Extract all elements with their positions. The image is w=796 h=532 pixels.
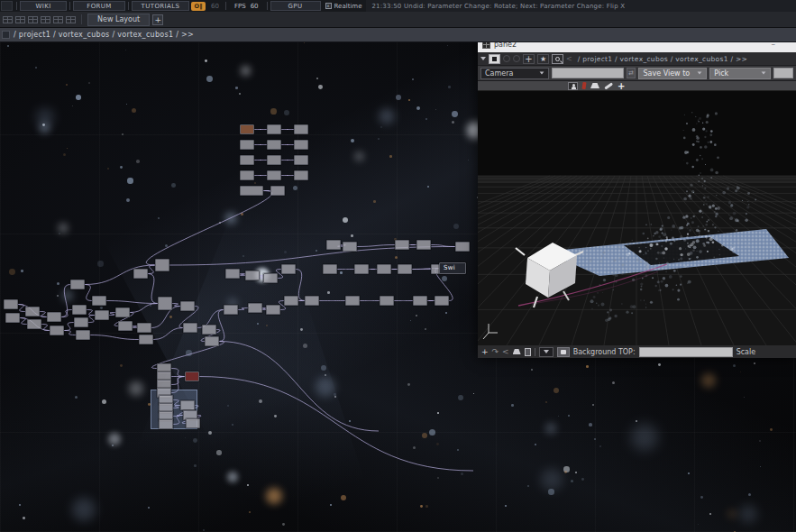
realtime-checkbox-icon[interactable]: x <box>325 3 332 9</box>
network-node[interactable] <box>92 296 106 306</box>
network-node[interactable] <box>343 242 357 252</box>
add-button[interactable]: + <box>523 54 535 64</box>
layout-preset-icon[interactable] <box>41 16 50 23</box>
bone-icon[interactable] <box>604 82 613 89</box>
network-node[interactable] <box>398 264 412 274</box>
red-marker-icon[interactable] <box>581 82 586 89</box>
layout-preset-icon[interactable] <box>66 16 76 23</box>
display-button[interactable] <box>557 347 570 357</box>
network-node[interactable] <box>284 296 298 306</box>
network-node[interactable] <box>180 400 195 410</box>
background-top-input[interactable] <box>639 347 733 357</box>
wiki-button[interactable]: WIKI <box>20 1 67 11</box>
network-node[interactable] <box>133 269 148 279</box>
network-node[interactable] <box>326 240 341 250</box>
layout-preset-icon[interactable] <box>28 16 38 23</box>
network-node[interactable] <box>186 418 200 428</box>
network-node[interactable] <box>4 299 18 309</box>
layout-preset-icon[interactable] <box>3 16 13 23</box>
light-icon[interactable] <box>590 83 599 88</box>
network-node[interactable] <box>240 155 254 165</box>
light-icon[interactable] <box>513 349 521 354</box>
network-node[interactable] <box>240 124 254 134</box>
network-node[interactable] <box>266 305 280 315</box>
network-node[interactable] <box>267 155 281 165</box>
pane-breadcrumb[interactable]: / project1 / vortex_cubos / vortex_cubos… <box>578 55 747 63</box>
network-node[interactable] <box>413 296 427 306</box>
network-node[interactable] <box>137 323 151 333</box>
network-node[interactable] <box>74 317 88 327</box>
save-view-dropdown[interactable]: Save View to <box>638 68 707 79</box>
gpu-button[interactable]: GPU <box>270 1 321 11</box>
link-button[interactable]: ⇄ <box>627 68 636 78</box>
network-node[interactable] <box>245 271 260 280</box>
network-node[interactable] <box>395 240 409 250</box>
network-node[interactable] <box>224 305 238 315</box>
network-node[interactable] <box>267 124 281 134</box>
network-node[interactable] <box>76 330 90 340</box>
network-node[interactable] <box>47 312 61 322</box>
network-node[interactable] <box>183 323 197 333</box>
app-menu-button[interactable] <box>1 1 13 11</box>
network-node[interactable] <box>155 259 169 271</box>
partial-input[interactable] <box>773 68 793 78</box>
network-node[interactable] <box>270 186 285 196</box>
network-node[interactable] <box>455 242 470 252</box>
network-node[interactable] <box>185 371 199 381</box>
mode-select[interactable] <box>539 347 554 357</box>
network-node[interactable] <box>294 140 308 150</box>
network-node[interactable] <box>354 264 369 274</box>
network-node[interactable] <box>294 155 308 165</box>
network-node[interactable] <box>159 419 173 429</box>
pan-icon[interactable]: < <box>566 55 572 63</box>
network-node[interactable] <box>240 186 263 196</box>
network-node[interactable] <box>281 264 296 274</box>
camera-dropdown[interactable]: Camera <box>480 68 549 79</box>
favorite-button[interactable]: ★ <box>537 54 549 64</box>
plus-icon[interactable]: + <box>481 347 489 356</box>
layout-tab-new-layout[interactable]: New Layout <box>87 14 150 26</box>
network-node[interactable] <box>70 280 85 289</box>
pause-play-badge[interactable]: O‖ <box>191 2 206 11</box>
network-node[interactable] <box>115 307 130 317</box>
network-node[interactable] <box>139 335 153 344</box>
switch-node[interactable]: Swi <box>439 262 466 274</box>
realtime-toggle[interactable]: x Realtime <box>325 3 362 10</box>
camera-name-input[interactable] <box>552 68 624 78</box>
back-arrow-icon[interactable]: < <box>502 347 509 356</box>
network-node[interactable] <box>72 305 87 315</box>
network-node[interactable] <box>225 269 240 279</box>
network-node[interactable] <box>267 140 281 150</box>
network-node[interactable] <box>118 321 133 331</box>
network-node[interactable] <box>267 170 281 180</box>
undo-arrow-icon[interactable]: ↷ <box>492 347 499 356</box>
network-node[interactable] <box>345 296 360 306</box>
network-node[interactable] <box>5 313 20 323</box>
network-node[interactable] <box>323 264 337 274</box>
stop-button[interactable] <box>489 54 500 64</box>
network-node[interactable] <box>294 170 308 180</box>
network-node[interactable] <box>377 264 391 274</box>
network-node[interactable] <box>240 140 254 150</box>
network-node[interactable] <box>305 296 319 306</box>
network-node[interactable] <box>95 310 109 320</box>
network-breadcrumb[interactable]: / project1 / vortex_cubos / vortex_cubos… <box>14 31 194 39</box>
network-node[interactable] <box>380 296 394 306</box>
network-node[interactable] <box>202 325 216 335</box>
network-node[interactable] <box>435 296 449 306</box>
page-icon[interactable] <box>525 348 531 356</box>
chevron-down-icon[interactable] <box>480 57 486 60</box>
network-node[interactable] <box>248 303 262 313</box>
dim-circle-icon[interactable] <box>513 55 520 62</box>
network-node[interactable] <box>263 273 278 283</box>
add-toggle-icon[interactable]: + <box>618 82 625 90</box>
tutorials-button[interactable]: TUTORIALS <box>132 1 189 11</box>
network-node[interactable] <box>205 336 219 346</box>
network-node[interactable] <box>416 240 431 250</box>
add-layout-button[interactable]: + <box>152 14 163 25</box>
dim-circle-icon[interactable] <box>503 55 510 62</box>
pick-dropdown[interactable]: Pick <box>709 68 771 79</box>
camera-person-icon[interactable] <box>568 82 578 90</box>
network-node[interactable] <box>180 301 195 311</box>
network-node[interactable] <box>25 307 40 316</box>
